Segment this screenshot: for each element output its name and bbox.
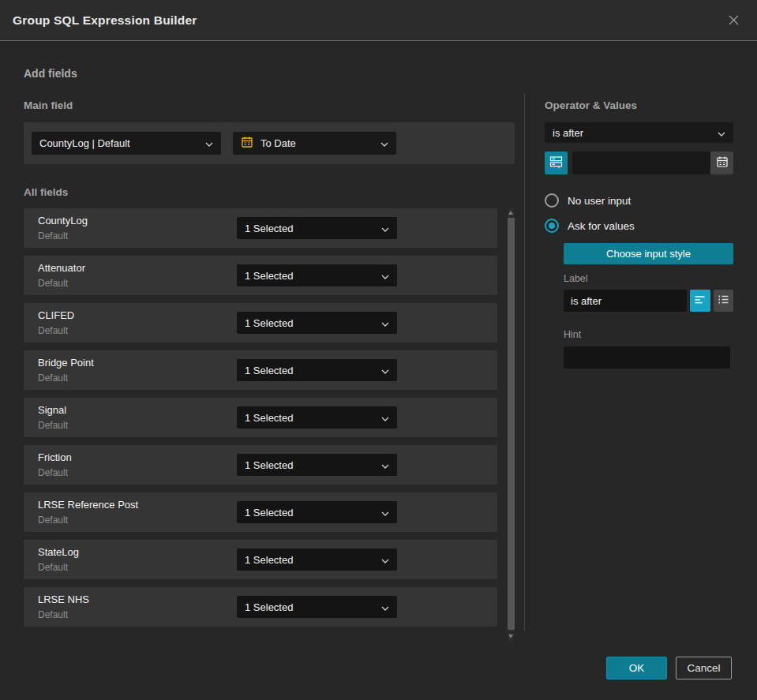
no-user-input-option[interactable]: No user input — [545, 193, 733, 208]
field-row: CLIFED Default 1 Selected — [24, 303, 497, 343]
chevron-down-icon — [381, 459, 389, 471]
all-fields-heading: All fields — [24, 186, 515, 198]
chevron-down-icon — [381, 317, 389, 329]
field-subtitle: Default — [38, 325, 74, 336]
single-line-input-icon — [694, 294, 706, 308]
titlebar: Group SQL Expression Builder — [0, 0, 757, 41]
field-selection-dropdown[interactable]: 1 Selected — [237, 548, 397, 571]
dialog-title: Group SQL Expression Builder — [13, 13, 197, 28]
radio-unselected-icon — [545, 193, 559, 208]
field-row: StateLog Default 1 Selected — [24, 540, 497, 579]
radio-selected-icon — [545, 219, 559, 233]
choose-input-style-button[interactable]: Choose input style — [564, 243, 733, 264]
field-row: CountyLog Default 1 Selected — [24, 208, 497, 248]
list-input-icon — [718, 294, 729, 308]
main-field-panel: CountyLog | Default — [24, 122, 515, 164]
calendar-icon — [241, 136, 253, 151]
field-subtitle: Default — [38, 562, 79, 573]
chevron-down-icon — [381, 507, 389, 518]
date-type-dropdown[interactable]: To Date — [233, 132, 396, 155]
field-row: LRSE Reference Post Default 1 Selected — [24, 492, 497, 532]
chevron-down-icon — [205, 137, 213, 149]
scroll-up-icon[interactable] — [508, 211, 513, 215]
calendar-icon — [716, 155, 729, 170]
scrollbar-thumb[interactable] — [508, 218, 515, 630]
value-row — [545, 152, 733, 174]
field-subtitle: Default — [38, 230, 88, 241]
field-row-text: StateLog Default — [38, 546, 79, 573]
columns: Main field CountyLog | Default — [24, 94, 733, 641]
close-icon — [728, 17, 740, 28]
field-selection-dropdown[interactable]: 1 Selected — [237, 596, 397, 618]
label-input[interactable] — [564, 290, 687, 312]
chevron-down-icon — [381, 270, 389, 282]
field-selection-value: 1 Selected — [245, 270, 293, 282]
chevron-down-icon — [381, 365, 389, 376]
field-selection-dropdown[interactable]: 1 Selected — [237, 312, 397, 334]
field-row-text: CountyLog Default — [38, 215, 88, 241]
ask-for-values-settings: Choose input style Label — [564, 233, 733, 369]
operator-dropdown[interactable]: is after — [545, 122, 733, 143]
main-field-dropdown[interactable]: CountyLog | Default — [32, 132, 221, 155]
field-selection-value: 1 Selected — [245, 223, 293, 234]
close-button[interactable] — [725, 11, 743, 29]
chevron-down-icon — [381, 601, 389, 613]
field-subtitle: Default — [38, 278, 85, 289]
field-subtitle: Default — [38, 609, 89, 620]
field-row: LRSE NHS Default 1 Selected — [24, 587, 497, 627]
field-selection-dropdown[interactable]: 1 Selected — [237, 217, 397, 239]
field-row-text: LRSE Reference Post Default — [38, 499, 138, 526]
field-selection-value: 1 Selected — [245, 317, 293, 329]
field-selection-dropdown[interactable]: 1 Selected — [237, 406, 397, 429]
field-selection-value: 1 Selected — [245, 412, 293, 424]
list-scrollbar[interactable] — [508, 208, 515, 641]
panel-divider — [524, 94, 525, 631]
field-row: Friction Default 1 Selected — [24, 445, 497, 485]
field-selection-value: 1 Selected — [245, 601, 293, 613]
field-name: CLIFED — [38, 309, 74, 321]
ok-button[interactable]: OK — [606, 657, 667, 679]
value-input[interactable] — [572, 152, 710, 174]
field-row-text: Friction Default — [38, 451, 72, 478]
field-subtitle: Default — [38, 467, 72, 478]
field-subtitle: Default — [38, 420, 68, 431]
get-values-button[interactable] — [545, 152, 568, 174]
hint-field-label: Hint — [564, 329, 733, 340]
field-selection-dropdown[interactable]: 1 Selected — [237, 359, 397, 381]
field-subtitle: Default — [38, 372, 94, 384]
label-field-label: Label — [564, 273, 733, 284]
field-name: Bridge Point — [38, 357, 94, 369]
ask-for-values-label: Ask for values — [568, 220, 635, 232]
field-name: LRSE Reference Post — [38, 499, 138, 511]
ask-for-values-option[interactable]: Ask for values — [545, 219, 733, 233]
single-line-style-button[interactable] — [690, 290, 710, 312]
hint-input[interactable] — [564, 346, 730, 369]
field-selection-dropdown[interactable]: 1 Selected — [237, 264, 397, 286]
main-field-dropdown-value: CountyLog | Default — [39, 137, 130, 149]
value-input-group — [572, 152, 733, 174]
field-selection-dropdown[interactable]: 1 Selected — [237, 454, 397, 476]
field-row-text: CLIFED Default — [38, 309, 74, 336]
field-subtitle: Default — [38, 515, 138, 526]
field-selection-value: 1 Selected — [245, 554, 293, 566]
chevron-down-icon — [381, 223, 389, 234]
scroll-down-icon[interactable] — [508, 634, 513, 638]
footer: OK Cancel — [606, 657, 732, 679]
operator-dropdown-value: is after — [553, 127, 583, 139]
cancel-button[interactable]: Cancel — [676, 657, 732, 679]
no-user-input-label: No user input — [568, 195, 631, 207]
field-selection-dropdown[interactable]: 1 Selected — [237, 501, 397, 523]
get-values-icon — [549, 155, 563, 171]
main-field-heading: Main field — [24, 99, 515, 111]
all-fields-list: CountyLog Default 1 Selected Attenuator … — [24, 208, 497, 641]
field-selection-value: 1 Selected — [245, 507, 293, 518]
field-name: Friction — [38, 451, 72, 463]
all-fields-area: CountyLog Default 1 Selected Attenuator … — [24, 208, 515, 641]
list-style-button[interactable] — [714, 290, 734, 312]
field-name: Attenuator — [38, 262, 85, 274]
chevron-down-icon — [381, 554, 389, 566]
calendar-picker-button[interactable] — [710, 152, 733, 174]
label-row — [564, 290, 733, 312]
field-row-text: Bridge Point Default — [38, 357, 94, 384]
field-row: Signal Default 1 Selected — [24, 398, 497, 437]
